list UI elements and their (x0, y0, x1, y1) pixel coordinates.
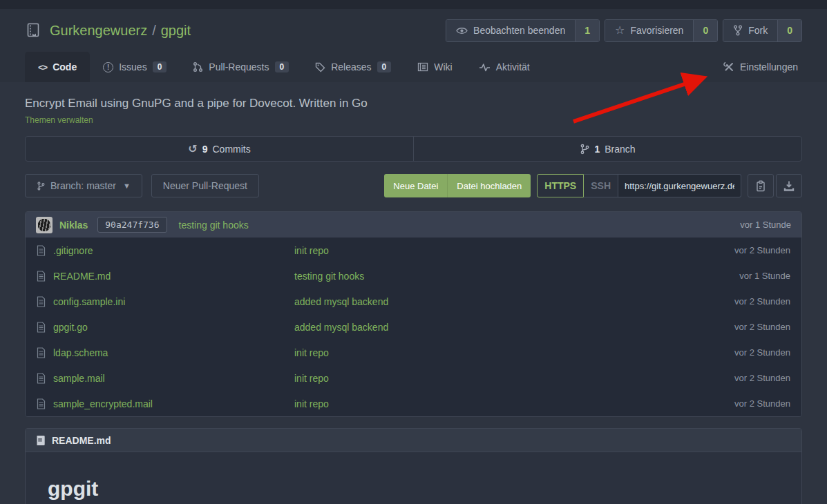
star-label: Favorisieren (630, 25, 683, 36)
fork-button[interactable]: Fork (723, 20, 777, 41)
new-pull-request-button[interactable]: Neuer Pull-Request (151, 174, 259, 197)
https-toggle[interactable]: HTTPS (537, 174, 584, 197)
tab-settings-label: Einstellungen (740, 61, 798, 72)
clone-url-input[interactable] (618, 174, 741, 197)
book-icon (35, 435, 46, 446)
unwatch-button[interactable]: Beobachten beenden (446, 20, 575, 41)
tab-releases[interactable]: Releases 0 (302, 52, 404, 82)
file-icon (37, 271, 46, 282)
tab-issues[interactable]: ! Issues 0 (90, 52, 180, 82)
readme-box: README.md gpgit (25, 428, 802, 504)
repo-book-icon (25, 22, 41, 39)
file-commit-message[interactable]: init repo (294, 398, 734, 409)
file-commit-time: vor 2 Stunden (734, 398, 790, 409)
file-icon (37, 347, 46, 358)
branch-selector-label: Branch: master (50, 180, 116, 191)
table-row: gpgit.go added mysql backend vor 2 Stund… (26, 314, 801, 340)
repo-owner-link[interactable]: Gurkengewuerz (50, 23, 147, 38)
commit-author-link[interactable]: Niklas (59, 220, 88, 231)
file-commit-time: vor 1 Stunde (739, 271, 790, 281)
star-count[interactable]: 0 (693, 20, 717, 41)
commit-message-link[interactable]: testing git hooks (179, 220, 249, 231)
file-commit-time: vor 2 Stunden (734, 347, 790, 358)
history-icon: ↺ (188, 144, 197, 155)
table-row: ldap.schema init repo vor 2 Stunden (26, 340, 801, 365)
repo-body: Encrypt Email using GnuPG and a pipe for… (0, 97, 827, 504)
file-buttons: Neue Datei Datei hochladen (384, 174, 531, 197)
file-name-link[interactable]: .gitignore (53, 245, 93, 256)
chevron-down-icon: ▼ (123, 182, 131, 190)
file-icon (37, 245, 46, 256)
fork-icon (733, 25, 743, 36)
file-commit-message[interactable]: init repo (294, 245, 734, 256)
tab-code[interactable]: <> Code (25, 52, 90, 82)
file-icon (37, 373, 46, 384)
avatar[interactable] (36, 217, 53, 233)
commits-stat[interactable]: ↺ 9 Commits (26, 137, 413, 161)
repo-description: Encrypt Email using GnuPG and a pipe for… (25, 97, 802, 110)
pull-request-icon (193, 61, 203, 72)
tag-icon (315, 62, 325, 72)
copy-url-button[interactable] (748, 174, 774, 197)
branch-icon (580, 144, 589, 155)
file-commit-message[interactable]: testing git hooks (294, 271, 739, 282)
readme-title: README.md (52, 435, 111, 446)
file-name-link[interactable]: config.sample.ini (53, 296, 125, 307)
table-row: sample.mail init repo vor 2 Stunden (26, 365, 801, 391)
file-icon (37, 398, 46, 409)
file-name-link[interactable]: sample.mail (53, 373, 105, 384)
issues-count-badge: 0 (153, 61, 167, 72)
branch-icon (37, 181, 45, 191)
readme-header: README.md (26, 429, 801, 452)
table-row: sample_encrypted.mail init repo vor 2 St… (26, 391, 801, 416)
repo-stats-bar: ↺ 9 Commits 1 Branch (25, 136, 802, 162)
file-commit-time: vor 2 Stunden (734, 245, 790, 255)
upload-file-button[interactable]: Datei hochladen (447, 174, 531, 197)
file-commit-message[interactable]: init repo (294, 373, 734, 384)
code-icon: <> (38, 62, 47, 72)
site-navbar-edge (0, 0, 827, 9)
commit-sha-link[interactable]: 90a247f736 (97, 217, 167, 233)
file-name-link[interactable]: README.md (53, 271, 111, 282)
tab-activity[interactable]: Aktivität (466, 52, 543, 82)
table-row: README.md testing git hooks vor 1 Stunde (26, 263, 801, 289)
file-commit-time: vor 2 Stunden (734, 373, 790, 383)
star-button[interactable]: ☆ Favorisieren (605, 20, 693, 41)
repo-tabbar: <> Code ! Issues 0 Pull-Requests 0 Relea… (0, 52, 827, 82)
file-commit-message[interactable]: added mysql backend (294, 296, 734, 307)
issues-icon: ! (103, 62, 113, 72)
download-button[interactable] (776, 174, 802, 197)
manage-topics-link[interactable]: Themen verwalten (25, 115, 93, 125)
unwatch-label: Beobachten beenden (473, 25, 565, 36)
commits-label: Commits (212, 144, 250, 155)
watch-count[interactable]: 1 (575, 20, 599, 41)
repo-name-link[interactable]: gpgit (161, 23, 191, 38)
branches-stat[interactable]: 1 Branch (413, 137, 801, 161)
fork-count[interactable]: 0 (777, 20, 801, 41)
file-icon (37, 322, 46, 333)
tab-code-label: Code (53, 61, 77, 72)
tab-settings[interactable]: Einstellungen (710, 52, 802, 82)
file-table: Niklas 90a247f736 testing git hooks vor … (25, 211, 802, 417)
tab-pull-requests[interactable]: Pull-Requests 0 (180, 52, 302, 82)
star-button-group: ☆ Favorisieren 0 (605, 19, 718, 42)
table-row: .gitignore init repo vor 2 Stunden (26, 238, 801, 263)
file-commit-message[interactable]: added mysql backend (294, 322, 734, 333)
tab-wiki[interactable]: Wiki (404, 52, 465, 82)
repo-actions: Beobachten beenden 1 ☆ Favorisieren 0 (446, 19, 802, 42)
new-pr-label: Neuer Pull-Request (163, 180, 247, 191)
releases-count-badge: 0 (377, 61, 392, 72)
download-icon (783, 180, 795, 191)
new-file-button[interactable]: Neue Datei (384, 174, 447, 197)
branch-selector[interactable]: Branch: master ▼ (25, 174, 142, 197)
wiki-icon (417, 62, 428, 72)
file-name-link[interactable]: gpgit.go (53, 322, 88, 333)
pulse-icon (479, 62, 491, 72)
file-commit-message[interactable]: init repo (294, 347, 734, 358)
file-name-link[interactable]: ldap.schema (53, 347, 108, 358)
ssh-toggle[interactable]: SSH (584, 174, 618, 197)
eye-icon (456, 26, 468, 35)
file-commit-time: vor 2 Stunden (734, 296, 790, 307)
file-name-link[interactable]: sample_encrypted.mail (53, 398, 153, 409)
commits-count: 9 (202, 144, 208, 155)
